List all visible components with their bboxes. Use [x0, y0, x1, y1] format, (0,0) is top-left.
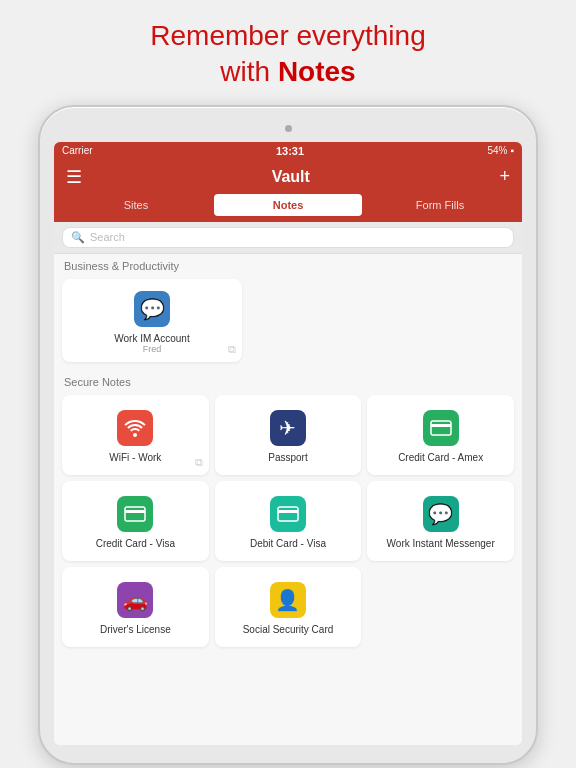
card-label: Work Instant Messenger [387, 538, 495, 549]
camera-dot [285, 125, 292, 132]
search-input-wrap[interactable]: 🔍 Search [62, 227, 514, 248]
card-wifi-work[interactable]: WiFi - Work ⧉ [62, 395, 209, 475]
ipad-screen: Carrier 13:31 54% ▪ ☰ Vault + Sites Note… [54, 142, 522, 745]
content-area: Business & Productivity 💬 Work IM Accoun… [54, 254, 522, 745]
card-icon [423, 410, 459, 446]
card-label: Work IM Account [114, 333, 189, 344]
svg-rect-2 [125, 507, 145, 521]
header-bold: Notes [278, 56, 356, 87]
ipad-frame: Carrier 13:31 54% ▪ ☰ Vault + Sites Note… [38, 105, 538, 765]
chat-icon: 💬 [134, 291, 170, 327]
svg-rect-3 [125, 510, 145, 513]
copy-icon: ⧉ [195, 456, 203, 469]
battery-percent: 54% [487, 145, 507, 156]
search-placeholder: Search [90, 231, 125, 243]
card-credit-amex[interactable]: Credit Card - Amex [367, 395, 514, 475]
card-icon [117, 496, 153, 532]
card-work-im2[interactable]: 💬 Work Instant Messenger [367, 481, 514, 561]
nav-title: Vault [272, 168, 310, 186]
plane-icon: ✈ [270, 410, 306, 446]
card-drivers-license[interactable]: 🚗 Driver's License [62, 567, 209, 647]
card-label: Credit Card - Amex [398, 452, 483, 463]
add-icon[interactable]: + [499, 166, 510, 187]
wifi-icon [117, 410, 153, 446]
card-passport[interactable]: ✈ Passport [215, 395, 362, 475]
tab-sites[interactable]: Sites [62, 194, 210, 216]
car-icon: 🚗 [117, 582, 153, 618]
business-grid: 💬 Work IM Account Fred ⧉ [54, 275, 522, 370]
status-bar: Carrier 13:31 54% ▪ [54, 142, 522, 160]
copy-icon: ⧉ [228, 343, 236, 356]
header-line1: Remember everything [150, 20, 425, 51]
card-sublabel: Fred [143, 344, 162, 354]
card-debit-visa[interactable]: Debit Card - Visa [215, 481, 362, 561]
card-credit-visa[interactable]: Credit Card - Visa [62, 481, 209, 561]
card-label: Social Security Card [243, 624, 334, 635]
menu-icon[interactable]: ☰ [66, 166, 82, 188]
section-header-secure: Secure Notes [54, 370, 522, 391]
section-header-business: Business & Productivity [54, 254, 522, 275]
svg-rect-1 [431, 424, 451, 427]
chat-icon: 💬 [423, 496, 459, 532]
card-label: Passport [268, 452, 307, 463]
card-label: Driver's License [100, 624, 171, 635]
card-label: WiFi - Work [109, 452, 161, 463]
carrier-label: Carrier [62, 145, 93, 156]
tab-notes[interactable]: Notes [214, 194, 362, 216]
card-icon [270, 496, 306, 532]
svg-rect-5 [278, 510, 298, 513]
card-label: Credit Card - Visa [96, 538, 175, 549]
search-bar: 🔍 Search [54, 222, 522, 254]
battery-label: 54% ▪ [487, 145, 514, 156]
svg-rect-4 [278, 507, 298, 521]
battery-icon: ▪ [510, 145, 514, 156]
header-line2: with [220, 56, 278, 87]
time-label: 13:31 [276, 145, 304, 157]
card-work-im[interactable]: 💬 Work IM Account Fred ⧉ [62, 279, 242, 362]
nav-bar: ☰ Vault + [54, 160, 522, 194]
card-label: Debit Card - Visa [250, 538, 326, 549]
card-social-security[interactable]: 👤 Social Security Card [215, 567, 362, 647]
header-text: Remember everything with Notes [130, 0, 445, 105]
svg-rect-0 [431, 421, 451, 435]
tab-bar: Sites Notes Form Fills [54, 194, 522, 222]
tab-form-fills[interactable]: Form Fills [366, 194, 514, 216]
search-icon: 🔍 [71, 231, 85, 244]
secure-notes-grid: WiFi - Work ⧉ ✈ Passport Credit Card - A… [54, 391, 522, 655]
person-icon: 👤 [270, 582, 306, 618]
